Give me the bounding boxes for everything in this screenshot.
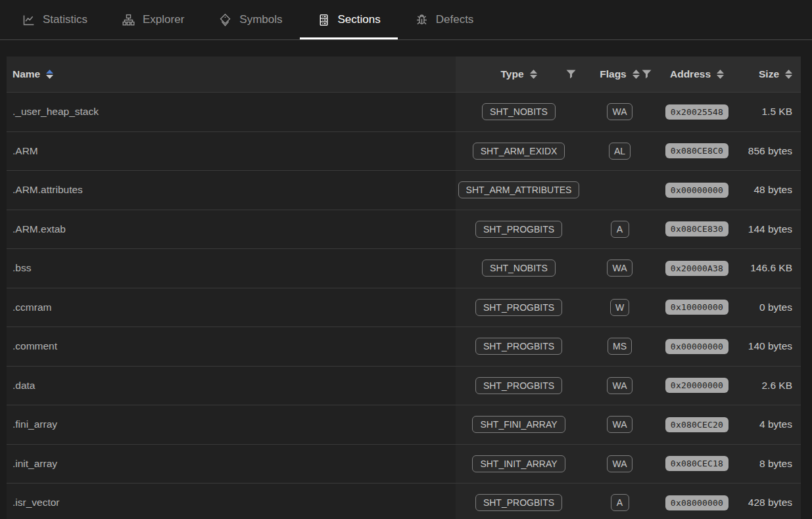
cell-name: .init_array bbox=[7, 445, 456, 484]
tab-explorer[interactable]: Explorer bbox=[105, 0, 201, 39]
address-chip: 0x080CEC18 bbox=[665, 456, 728, 471]
flags-badge: AL bbox=[609, 143, 631, 160]
address-chip: 0x00000000 bbox=[665, 183, 728, 198]
table-row[interactable]: .comment SHT_PROGBITS MS 0x00000000 140 … bbox=[7, 327, 801, 367]
flags-badge: A bbox=[611, 221, 629, 238]
table-row[interactable]: .init_array SHT_INIT_ARRAY WA 0x080CEC18… bbox=[7, 445, 801, 484]
cell-address: 0x20000A38 bbox=[657, 249, 736, 288]
cell-address: 0x08000000 bbox=[657, 484, 736, 519]
cell-type: SHT_PROGBITS bbox=[456, 484, 582, 519]
column-label: Size bbox=[759, 68, 779, 80]
table-row[interactable]: .ccmram SHT_PROGBITS W 0x10000000 0 byte… bbox=[7, 288, 801, 328]
cell-flags: MS bbox=[582, 327, 657, 366]
list-icon bbox=[317, 13, 331, 27]
tab-statistics[interactable]: Statistics bbox=[5, 0, 105, 39]
cell-size: 8 bytes bbox=[736, 445, 801, 484]
cell-name: .ARM.attributes bbox=[7, 171, 456, 210]
cell-flags: W bbox=[582, 288, 657, 327]
sort-icon-type[interactable] bbox=[530, 70, 537, 79]
address-chip: 0x20025548 bbox=[665, 104, 728, 120]
top-tab-bar: Statistics Explorer Symbols bbox=[0, 0, 812, 40]
address-chip: 0x080CEC20 bbox=[665, 417, 728, 432]
cell-type: SHT_PROGBITS bbox=[456, 367, 582, 405]
cell-flags: WA bbox=[582, 249, 657, 288]
cell-size: 144 bytes bbox=[736, 210, 801, 249]
column-header-address[interactable]: Address bbox=[657, 56, 736, 92]
table-row[interactable]: .bss SHT_NOBITS WA 0x20000A38 146.6 KB bbox=[7, 249, 801, 288]
address-chip: 0x20000A38 bbox=[665, 261, 728, 276]
filter-icon-type[interactable] bbox=[566, 70, 576, 79]
table-row[interactable]: .fini_array SHT_FINI_ARRAY WA 0x080CEC20… bbox=[7, 405, 801, 445]
table-row[interactable]: .isr_vector SHT_PROGBITS A 0x08000000 42… bbox=[7, 484, 801, 519]
cell-name: .fini_array bbox=[7, 405, 456, 444]
tab-symbols[interactable]: Symbols bbox=[201, 0, 299, 39]
cell-flags: WA bbox=[582, 93, 657, 131]
address-chip: 0x080CE8C0 bbox=[665, 143, 728, 158]
cell-size: 4 bytes bbox=[736, 405, 801, 444]
column-label: Name bbox=[12, 68, 40, 80]
table-header-row: Name Type Flags bbox=[7, 56, 801, 93]
cell-size: 1.5 KB bbox=[736, 93, 801, 131]
filter-icon-flags[interactable] bbox=[642, 70, 652, 79]
cell-name: .comment bbox=[7, 327, 456, 366]
type-badge: SHT_PROGBITS bbox=[475, 299, 562, 316]
cell-type: SHT_ARM_EXIDX bbox=[456, 132, 582, 171]
cell-flags: WA bbox=[582, 405, 657, 444]
cell-address: 0x10000000 bbox=[657, 288, 736, 327]
cell-flags: A bbox=[582, 484, 657, 519]
cell-type: SHT_NOBITS bbox=[456, 249, 582, 288]
type-badge: SHT_PROGBITS bbox=[475, 494, 562, 511]
cell-flags: WA bbox=[582, 367, 657, 405]
table-row[interactable]: .ARM SHT_ARM_EXIDX AL 0x080CE8C0 856 byt… bbox=[7, 132, 801, 171]
cell-name: .ARM bbox=[7, 132, 456, 171]
cell-address: 0x00000000 bbox=[657, 171, 736, 210]
flags-badge: A bbox=[611, 494, 629, 511]
cell-type: SHT_PROGBITS bbox=[456, 327, 582, 366]
column-header-name[interactable]: Name bbox=[7, 56, 456, 92]
table-row[interactable]: .data SHT_PROGBITS WA 0x20000000 2.6 KB bbox=[7, 367, 801, 406]
cell-size: 0 bytes bbox=[736, 288, 801, 327]
cell-name: .isr_vector bbox=[7, 484, 456, 519]
flags-badge: WA bbox=[607, 455, 632, 472]
type-badge: SHT_NOBITS bbox=[482, 103, 556, 120]
cell-name: .bss bbox=[7, 249, 456, 288]
sort-icon-address[interactable] bbox=[717, 70, 724, 79]
sort-icon-name[interactable] bbox=[46, 70, 53, 79]
cell-type: SHT_ARM_ATTRIBUTES bbox=[456, 171, 582, 210]
type-badge: SHT_NOBITS bbox=[482, 260, 556, 277]
cell-name: .data bbox=[7, 367, 456, 405]
tags-icon bbox=[218, 13, 232, 27]
cell-address: 0x080CE8C0 bbox=[657, 132, 736, 171]
address-chip: 0x08000000 bbox=[665, 495, 728, 510]
cell-name: .ccmram bbox=[7, 288, 456, 327]
cell-size: 856 bytes bbox=[736, 132, 801, 171]
column-label: Flags bbox=[600, 68, 626, 80]
column-header-type[interactable]: Type bbox=[456, 56, 582, 92]
cell-type: SHT_PROGBITS bbox=[456, 210, 582, 249]
address-chip: 0x20000000 bbox=[665, 378, 728, 393]
tab-label: Statistics bbox=[43, 13, 87, 26]
sort-icon-flags[interactable] bbox=[633, 70, 640, 79]
cell-name: .ARM.extab bbox=[7, 210, 456, 249]
column-header-flags[interactable]: Flags bbox=[582, 56, 657, 92]
tab-label: Defects bbox=[436, 13, 474, 26]
cell-address: 0x00000000 bbox=[657, 327, 736, 366]
tab-sections[interactable]: Sections bbox=[300, 0, 398, 39]
tab-defects[interactable]: Defects bbox=[398, 0, 491, 39]
cell-type: SHT_PROGBITS bbox=[456, 288, 582, 327]
table-row[interactable]: ._user_heap_stack SHT_NOBITS WA 0x200255… bbox=[7, 93, 801, 132]
flags-badge: WA bbox=[607, 260, 632, 277]
cell-flags: WA bbox=[582, 445, 657, 484]
tab-label: Explorer bbox=[143, 13, 184, 26]
cell-size: 146.6 KB bbox=[736, 249, 801, 288]
flags-badge: MS bbox=[608, 338, 632, 355]
cell-flags bbox=[582, 171, 657, 210]
table-row[interactable]: .ARM.attributes SHT_ARM_ATTRIBUTES 0x000… bbox=[7, 171, 801, 210]
table-row[interactable]: .ARM.extab SHT_PROGBITS A 0x080CE830 144… bbox=[7, 210, 801, 250]
type-badge: SHT_FINI_ARRAY bbox=[472, 416, 565, 433]
cell-flags: A bbox=[582, 210, 657, 249]
column-header-size[interactable]: Size bbox=[736, 56, 801, 92]
cell-address: 0x20025548 bbox=[657, 93, 736, 131]
sort-icon-size[interactable] bbox=[785, 70, 792, 79]
cell-size: 48 bytes bbox=[736, 171, 801, 210]
